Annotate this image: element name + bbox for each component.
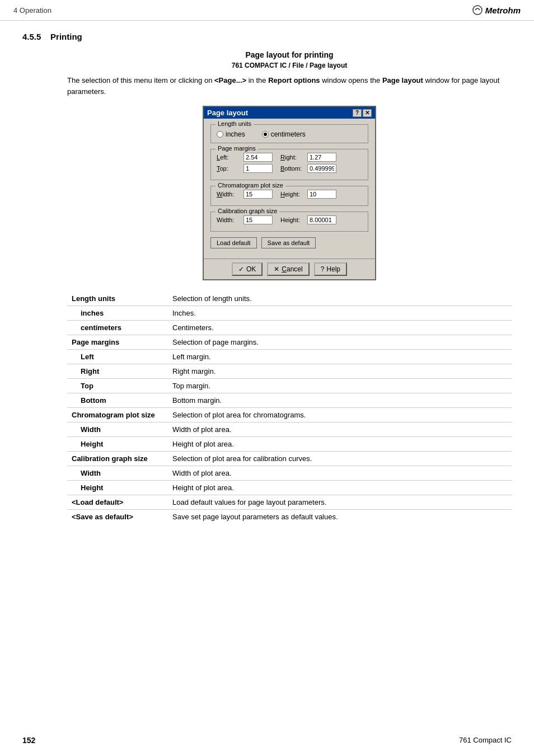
- top-input[interactable]: [243, 164, 273, 173]
- cancel-button[interactable]: ✕ Cancel: [267, 262, 309, 276]
- term-cell: Right: [67, 364, 168, 379]
- page-margins-label: Page margins: [216, 145, 258, 152]
- table-row: <Load default>Load default values for pa…: [67, 495, 512, 510]
- term-cell: Height: [67, 481, 168, 495]
- definition-cell: Save set page layout parameters as defau…: [168, 510, 512, 524]
- calib-width-input[interactable]: [243, 215, 273, 224]
- calibration-label: Calibration graph size: [216, 208, 279, 214]
- page-layout-ref: Page layout: [382, 76, 423, 84]
- page-margins-group: Page margins Left: Right: Top: Bottom:: [210, 149, 368, 180]
- left-label: Left:: [217, 154, 240, 161]
- header-left: 4 Operation: [13, 6, 51, 15]
- left-input[interactable]: [243, 153, 273, 162]
- inches-radio[interactable]: [217, 131, 223, 138]
- definition-cell: Selection of page margins.: [168, 335, 512, 350]
- footer-right-text: 761 Compact IC: [459, 736, 512, 745]
- table-row: WidthWidth of plot area.: [67, 422, 512, 437]
- chromatogram-label: Chromatogram plot size: [216, 182, 285, 189]
- centimeters-radio[interactable]: [262, 131, 269, 138]
- table-row: WidthWidth of plot area.: [67, 466, 512, 481]
- chroma-width-input[interactable]: [243, 190, 273, 199]
- subsection-desc: The selection of this menu item or click…: [67, 75, 512, 97]
- help-question-icon: ?: [321, 265, 325, 273]
- definition-cell: Top margin.: [168, 379, 512, 393]
- bottom-input[interactable]: [307, 164, 336, 173]
- dialog-close-btn[interactable]: ✕: [363, 109, 372, 117]
- section-number: 4.5.5: [22, 32, 41, 41]
- centimeters-label: centimeters: [271, 130, 306, 138]
- table-row: HeightHeight of plot area.: [67, 481, 512, 495]
- load-save-row: Load default Save as default: [210, 237, 368, 248]
- ok-checkmark-icon: ✓: [238, 265, 244, 273]
- cancel-x-icon: ✕: [274, 265, 279, 273]
- term-cell: Calibration graph size: [67, 452, 168, 466]
- calibration-group: Calibration graph size Width: Height:: [210, 212, 368, 232]
- table-row: Page marginsSelection of page margins.: [67, 335, 512, 350]
- definition-cell: Right margin.: [168, 364, 512, 379]
- term-cell: Page margins: [67, 335, 168, 350]
- definition-cell: Inches.: [168, 306, 512, 321]
- table-row: centimetersCentimeters.: [67, 321, 512, 335]
- page-ref: <Page...>: [214, 76, 246, 84]
- chroma-height-label: Height:: [280, 191, 304, 198]
- term-cell: <Save as default>: [67, 510, 168, 524]
- section-heading: 4.5.5 Printing: [22, 32, 512, 41]
- definition-cell: Selection of plot area for calibration c…: [168, 452, 512, 466]
- definition-cell: Bottom margin.: [168, 393, 512, 408]
- length-units-group: Length units inches centimeters: [210, 124, 368, 143]
- dialog-titlebar-buttons: ? ✕: [353, 109, 372, 117]
- top-label: Top:: [217, 165, 240, 172]
- reference-table: Length unitsSelection of length units.in…: [67, 292, 512, 524]
- term-cell: Chromatogram plot size: [67, 408, 168, 422]
- table-row: Chromatogram plot sizeSelection of plot …: [67, 408, 512, 422]
- dialog-bottom-bar: ✓ OK ✕ Cancel ? Help: [204, 259, 375, 279]
- chroma-size-row: Width: Height:: [217, 190, 362, 199]
- svg-point-0: [473, 6, 482, 15]
- metrohm-logo: Metrohm: [472, 4, 521, 16]
- help-button[interactable]: ? Help: [314, 262, 347, 276]
- table-row: <Save as default>Save set page layout pa…: [67, 510, 512, 524]
- main-content: 4.5.5 Printing Page layout for printing …: [0, 21, 534, 546]
- dialog-help-icon-btn[interactable]: ?: [353, 109, 362, 117]
- table-row: LeftLeft margin.: [67, 350, 512, 364]
- dialog-title: Page layout: [207, 109, 248, 117]
- calib-height-label: Height:: [280, 217, 304, 223]
- definition-cell: Width of plot area.: [168, 466, 512, 481]
- calib-height-input[interactable]: [307, 215, 336, 224]
- brand-name: Metrohm: [485, 6, 521, 15]
- definition-cell: Selection of length units.: [168, 292, 512, 306]
- ok-label: OK: [246, 265, 256, 273]
- table-row: Calibration graph sizeSelection of plot …: [67, 452, 512, 466]
- table-row: BottomBottom margin.: [67, 393, 512, 408]
- load-default-button[interactable]: Load default: [210, 237, 257, 248]
- term-cell: Bottom: [67, 393, 168, 408]
- term-cell: Length units: [67, 292, 168, 306]
- subsection-path: 761 COMPACT IC / File / Page layout: [67, 62, 512, 69]
- right-label: Right:: [280, 154, 304, 161]
- table-row: TopTop margin.: [67, 379, 512, 393]
- inches-label: inches: [226, 130, 245, 138]
- definition-cell: Left margin.: [168, 350, 512, 364]
- definition-cell: Height of plot area.: [168, 481, 512, 495]
- chroma-width-label: Width:: [217, 191, 240, 198]
- table-row: Length unitsSelection of length units.: [67, 292, 512, 306]
- centimeters-radio-item[interactable]: centimeters: [262, 130, 306, 138]
- definition-cell: Width of plot area.: [168, 422, 512, 437]
- term-cell: <Load default>: [67, 495, 168, 510]
- report-options-ref: Report options: [268, 76, 320, 84]
- term-cell: Width: [67, 466, 168, 481]
- inches-radio-item[interactable]: inches: [217, 130, 245, 138]
- term-cell: inches: [67, 306, 168, 321]
- right-input[interactable]: [307, 153, 336, 162]
- left-right-row: Left: Right:: [217, 153, 362, 162]
- top-bottom-row: Top: Bottom:: [217, 164, 362, 173]
- ok-button[interactable]: ✓ OK: [232, 262, 263, 276]
- header-bar: 4 Operation Metrohm: [0, 0, 534, 21]
- term-cell: Left: [67, 350, 168, 364]
- metrohm-icon: [472, 4, 483, 16]
- cancel-label: Cancel: [282, 265, 302, 273]
- term-cell: Height: [67, 437, 168, 452]
- save-default-button[interactable]: Save as default: [261, 237, 316, 248]
- help-label: Help: [326, 265, 340, 273]
- chroma-height-input[interactable]: [307, 190, 336, 199]
